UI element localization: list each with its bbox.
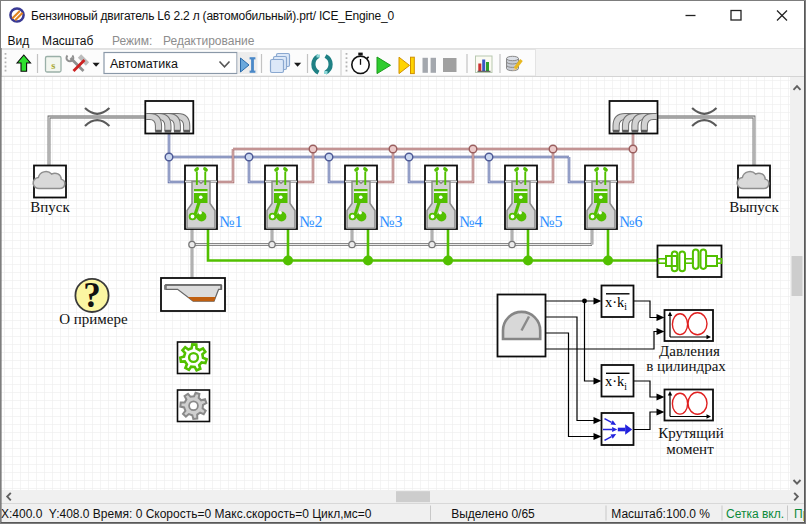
svg-text:№3: №3: [379, 213, 402, 230]
svg-text:Бензиновый двигатель L6 2.2 л: Бензиновый двигатель L6 2.2 л (автомобил…: [31, 9, 394, 23]
svg-text:x·ki: x·ki: [605, 373, 627, 392]
svg-text:Вид: Вид: [8, 34, 30, 48]
svg-text:Впуск: Впуск: [30, 199, 70, 215]
svg-text:Масштаб: Масштаб: [42, 34, 93, 48]
svg-text:№4: №4: [459, 213, 482, 230]
svg-text:в цилиндрах: в цилиндрах: [646, 358, 726, 374]
svg-text:x·ki: x·ki: [605, 294, 627, 313]
svg-text:s: s: [51, 60, 55, 71]
svg-text:Давления: Давления: [659, 343, 720, 359]
svg-text:№2: №2: [299, 213, 322, 230]
svg-text:X:400.0 Y:408.0 Время: 0 Скор: X:400.0 Y:408.0 Время: 0 Скорость=0 Макс…: [1, 507, 372, 521]
svg-text:Выпуск: Выпуск: [729, 199, 779, 215]
svg-text:№1: №1: [219, 213, 242, 230]
svg-text:Выделено 0/65: Выделено 0/65: [451, 507, 535, 521]
svg-text:?: ?: [83, 276, 101, 315]
svg-text:Масштаб:100.0 %: Масштаб:100.0 %: [611, 507, 710, 521]
svg-text:О примере: О примере: [59, 311, 128, 327]
svg-text:№6: №6: [619, 213, 642, 230]
svg-text:Режим:: Режим:: [112, 34, 152, 48]
svg-text:Крутящий: Крутящий: [658, 425, 724, 441]
svg-text:Автоматика: Автоматика: [110, 57, 178, 71]
svg-text:Сетка вкл.: Сетка вкл.: [726, 507, 784, 521]
svg-text:№5: №5: [539, 213, 562, 230]
svg-text:Редактирование: Редактирование: [163, 34, 255, 48]
svg-text:момент: момент: [666, 441, 714, 457]
